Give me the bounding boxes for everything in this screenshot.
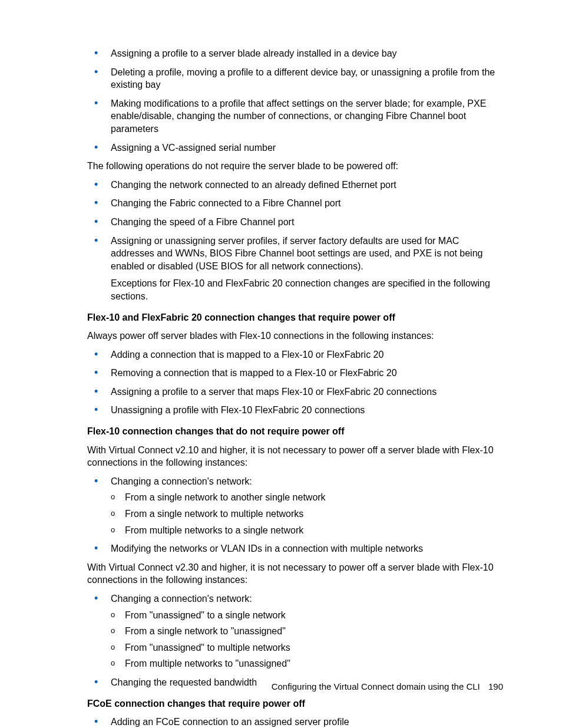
section-heading: FCoE connection changes that require pow… xyxy=(87,697,503,710)
list-item-text: Changing a connection's network: xyxy=(111,476,252,486)
list-item-text: Assigning a VC-assigned serial number xyxy=(111,143,276,153)
page-content: Assigning a profile to a server blade al… xyxy=(0,0,562,728)
list-item-text: From a single network to "unassigned" xyxy=(125,626,286,636)
list-item-text: Changing the requested bandwidth xyxy=(111,677,257,687)
list-item: Unassigning a profile with Flex-10 FlexF… xyxy=(87,404,503,417)
list-item: From a single network to "unassigned" xyxy=(111,625,503,638)
footer-text: Configuring the Virtual Connect domain u… xyxy=(272,681,480,691)
list-item-text: From a single network to multiple networ… xyxy=(125,509,303,519)
list-item-text: Changing a connection's network: xyxy=(111,594,252,604)
section1-bullet-list: Adding a connection that is mapped to a … xyxy=(87,348,503,417)
list-item-text: Changing the speed of a Fibre Channel po… xyxy=(111,217,294,227)
paragraph: With Virtual Connect v2.10 and higher, i… xyxy=(87,444,503,469)
list-item-text: Adding an FCoE connection to an assigned… xyxy=(111,717,349,727)
list-item: Removing a connection that is mapped to … xyxy=(87,367,503,380)
list-item-text: Assigning a profile to a server blade al… xyxy=(111,48,397,58)
list-item: Changing the Fabric connected to a Fibre… xyxy=(87,197,503,210)
list-item-text: Making modifications to a profile that a… xyxy=(111,98,486,134)
list-item: Modifying the networks or VLAN IDs in a … xyxy=(87,542,503,555)
list-item-text: Changing the network connected to an alr… xyxy=(111,180,396,190)
list-item-text: From multiple networks to a single netwo… xyxy=(125,525,303,535)
section4-bullet-list: Adding an FCoE connection to an assigned… xyxy=(87,716,503,728)
list-item: Deleting a profile, moving a profile to … xyxy=(87,66,503,91)
list-item: Changing a connection's network: From a … xyxy=(87,475,503,536)
list-item-text: Unassigning a profile with Flex-10 FlexF… xyxy=(111,405,365,415)
list-item: Changing a connection's network: From "u… xyxy=(87,592,503,670)
list-item: From "unassigned" to a single network xyxy=(111,609,503,622)
list-item: Assigning a VC-assigned serial number xyxy=(87,141,503,154)
list-item: From a single network to another single … xyxy=(111,491,503,504)
list-item: Adding an FCoE connection to an assigned… xyxy=(87,716,503,728)
page-footer: Configuring the Virtual Connect domain u… xyxy=(272,681,503,693)
list-item: From multiple networks to a single netwo… xyxy=(111,524,503,537)
section3-bullet-list: Changing a connection's network: From "u… xyxy=(87,592,503,689)
list-item-text: Changing the Fabric connected to a Fibre… xyxy=(111,198,340,208)
list-item-text: Adding a connection that is mapped to a … xyxy=(111,350,384,360)
list-item: From a single network to multiple networ… xyxy=(111,508,503,521)
paragraph: Always power off server blades with Flex… xyxy=(87,330,503,342)
sub-list: From a single network to another single … xyxy=(111,491,503,536)
list-item: Changing the network connected to an alr… xyxy=(87,179,503,192)
list-item: Assigning or unassigning server profiles… xyxy=(87,235,503,303)
list-item: Assigning a profile to a server that map… xyxy=(87,386,503,398)
list-item-text: Deleting a profile, moving a profile to … xyxy=(111,67,495,90)
section2-bullet-list: Changing a connection's network: From a … xyxy=(87,475,503,555)
list-item: Adding a connection that is mapped to a … xyxy=(87,348,503,361)
list-item-text: Removing a connection that is mapped to … xyxy=(111,368,397,378)
list-item-text: From multiple networks to "unassigned" xyxy=(125,658,290,668)
list-item-text: From "unassigned" to a single network xyxy=(125,610,286,620)
list-item: From "unassigned" to multiple networks xyxy=(111,641,503,654)
paragraph: The following operations do not require … xyxy=(87,160,503,173)
page-number: 190 xyxy=(488,681,503,691)
mid-bullet-list: Changing the network connected to an alr… xyxy=(87,179,503,303)
section-heading: Flex-10 and FlexFabric 20 connection cha… xyxy=(87,311,503,324)
list-item-text: Assigning or unassigning server profiles… xyxy=(111,236,482,271)
exception-note: Exceptions for Flex-10 and FlexFabric 20… xyxy=(111,277,503,302)
list-item: Making modifications to a profile that a… xyxy=(87,97,503,136)
list-item: Assigning a profile to a server blade al… xyxy=(87,47,503,60)
section-heading: Flex-10 connection changes that do not r… xyxy=(87,425,503,438)
paragraph: With Virtual Connect v2.30 and higher, i… xyxy=(87,561,503,587)
list-item-text: Assigning a profile to a server that map… xyxy=(111,387,437,397)
list-item: Changing the speed of a Fibre Channel po… xyxy=(87,216,503,229)
list-item-text: Modifying the networks or VLAN IDs in a … xyxy=(111,543,423,554)
list-item-text: From a single network to another single … xyxy=(125,492,326,502)
sub-list: From "unassigned" to a single network Fr… xyxy=(111,609,503,670)
list-item: From multiple networks to "unassigned" xyxy=(111,657,503,670)
list-item-text: From "unassigned" to multiple networks xyxy=(125,643,290,653)
top-bullet-list: Assigning a profile to a server blade al… xyxy=(87,47,503,154)
